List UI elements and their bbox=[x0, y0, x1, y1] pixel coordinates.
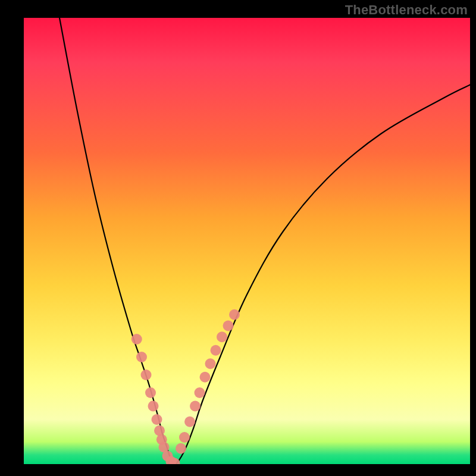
marker-cluster-left bbox=[131, 334, 142, 345]
marker-cluster-right bbox=[223, 321, 234, 331]
watermark-text: TheBottleneck.com bbox=[345, 2, 468, 18]
chart-stage: TheBottleneck.com bbox=[0, 0, 476, 476]
marker-cluster-right bbox=[205, 358, 216, 369]
marker-cluster-right bbox=[195, 387, 205, 398]
marker-cluster-right bbox=[184, 416, 195, 427]
bottleneck-curve bbox=[60, 18, 470, 464]
curve-markers bbox=[131, 309, 240, 464]
marker-cluster-left bbox=[145, 387, 156, 398]
curve-svg bbox=[24, 18, 470, 464]
marker-cluster-right bbox=[176, 443, 186, 454]
marker-cluster-right bbox=[179, 432, 190, 443]
plot-area bbox=[24, 18, 470, 464]
marker-cluster-right bbox=[229, 309, 240, 320]
marker-cluster-right bbox=[190, 401, 201, 412]
marker-cluster-right bbox=[211, 345, 221, 356]
marker-cluster-left bbox=[136, 352, 147, 362]
marker-cluster-left bbox=[154, 425, 165, 436]
marker-cluster-left bbox=[148, 401, 159, 412]
marker-cluster-right bbox=[217, 331, 227, 342]
marker-cluster-right bbox=[200, 372, 211, 383]
marker-cluster-left bbox=[141, 369, 152, 380]
marker-cluster-left bbox=[152, 414, 162, 425]
